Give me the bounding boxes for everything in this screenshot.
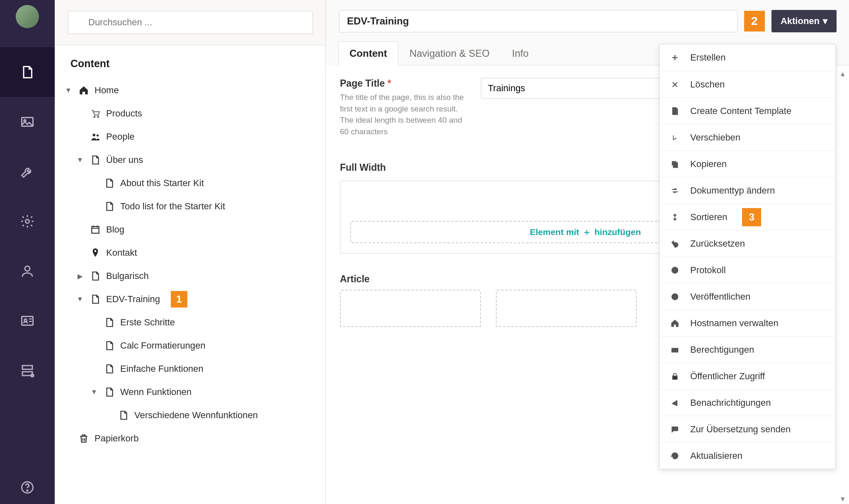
caret-down-icon[interactable]: ▼: [75, 156, 85, 164]
avatar[interactable]: [16, 5, 39, 28]
article-slot[interactable]: [496, 290, 637, 327]
tree-label: EDV-Training: [106, 294, 160, 305]
lock-icon: [669, 371, 680, 382]
perm-icon: [669, 344, 680, 355]
rail-gear[interactable]: [0, 196, 55, 246]
menu-item-label: Hostnamen verwalten: [690, 318, 779, 329]
svg-point-10: [27, 490, 28, 491]
article-slot[interactable]: [340, 290, 481, 327]
actions-menu-item-template[interactable]: Create Content Template: [660, 97, 835, 124]
caret-down-icon[interactable]: ▼: [75, 296, 85, 303]
tree-node-home[interactable]: ▼ Home: [61, 79, 317, 102]
actions-label: Aktionen: [781, 16, 820, 27]
nav-rail: [0, 0, 55, 504]
menu-item-label: Benachrichtigungen: [690, 397, 771, 408]
svg-point-13: [97, 116, 99, 117]
page-name-input[interactable]: [339, 10, 737, 32]
tree-node-kontakt[interactable]: • Kontakt: [61, 241, 317, 264]
tab-navigation-seo[interactable]: Navigation & SEO: [398, 41, 501, 65]
actions-menu: ErstellenLöschenCreate Content TemplateV…: [659, 44, 836, 469]
svg-point-14: [93, 133, 96, 136]
actions-menu-item-lock[interactable]: Öffentlicher Zugriff: [660, 363, 835, 389]
rail-members[interactable]: [0, 296, 55, 346]
tab-info[interactable]: Info: [501, 41, 540, 65]
chat-icon: [669, 424, 680, 435]
tree-node-bulgarisch[interactable]: ▶ Bulgarisch: [61, 264, 317, 288]
caret-down-icon[interactable]: ▼: [90, 388, 99, 396]
tab-content[interactable]: Content: [338, 41, 398, 65]
id-card-icon: [20, 313, 35, 328]
tree-node-about[interactable]: • About this Starter Kit: [61, 172, 317, 195]
actions-menu-item-refresh[interactable]: Aktualisieren: [660, 442, 835, 469]
calendar-icon: [90, 224, 101, 235]
rail-content[interactable]: [0, 47, 55, 97]
tree-node-trash[interactable]: • Papierkorb: [61, 427, 317, 450]
file-icon: [104, 386, 115, 398]
actions-menu-item-clock[interactable]: Protokoll: [660, 257, 835, 283]
x-icon: [669, 79, 680, 90]
rail-users[interactable]: [0, 246, 55, 296]
tree-node-products[interactable]: • Products: [61, 102, 317, 125]
svg-rect-16: [92, 226, 99, 233]
rail-help[interactable]: [0, 471, 55, 504]
gear-icon: [20, 214, 35, 229]
copy-icon: [669, 159, 680, 170]
menu-item-label: Zurücksetzen: [690, 238, 745, 249]
tree-label: Products: [106, 108, 142, 119]
actions-menu-item-home[interactable]: Hostnamen verwalten: [660, 310, 835, 336]
panel-title: Content: [55, 45, 325, 75]
clock-icon: [669, 265, 680, 276]
actions-menu-item-plus[interactable]: Erstellen: [660, 44, 835, 71]
actions-menu-item-chat[interactable]: Zur Übersetzung senden: [660, 416, 835, 442]
actions-menu-item-copy[interactable]: Kopieren: [660, 150, 835, 177]
menu-item-label: Berechtigungen: [690, 344, 754, 355]
actions-menu-item-move[interactable]: Verschieben: [660, 124, 835, 150]
file-icon: [20, 65, 35, 80]
actions-menu-item-perm[interactable]: Berechtigungen: [660, 336, 835, 363]
tree-node-calc[interactable]: • Calc Formatierungen: [61, 334, 317, 357]
actions-menu-item-bell[interactable]: Benachrichtigungen: [660, 389, 835, 416]
svg-point-12: [94, 116, 95, 117]
tree-node-versch[interactable]: • Verschiedene Wennfunktionen: [61, 404, 317, 427]
tree-node-people[interactable]: • People: [61, 125, 317, 148]
menu-item-label: Sortieren: [690, 212, 727, 223]
actions-menu-item-x[interactable]: Löschen: [660, 71, 835, 97]
menu-item-label: Protokoll: [690, 265, 726, 276]
rail-settings-dev[interactable]: [0, 147, 55, 196]
search-input[interactable]: [68, 11, 313, 34]
caret-right-icon[interactable]: ▶: [75, 272, 85, 280]
file-icon: [118, 410, 129, 421]
tree-label: About this Starter Kit: [120, 178, 204, 189]
forms-icon: [20, 363, 35, 378]
callout-marker-2: 2: [744, 11, 765, 32]
actions-menu-item-undo[interactable]: Zurücksetzen: [660, 230, 835, 257]
svg-rect-6: [22, 366, 32, 369]
actions-menu-item-sort[interactable]: Sortieren3: [660, 204, 835, 230]
caret-down-icon[interactable]: ▼: [64, 87, 73, 94]
actions-button[interactable]: Aktionen ▾: [771, 10, 837, 32]
svg-point-15: [97, 134, 99, 136]
menu-item-label: Kopieren: [690, 159, 727, 170]
actions-menu-item-globe[interactable]: Veröffentlichen: [660, 283, 835, 310]
rail-forms[interactable]: [0, 346, 55, 395]
sort-icon: [669, 212, 680, 223]
tree-node-wenn[interactable]: ▼ Wenn Funktionen: [61, 380, 317, 404]
tree-node-todo[interactable]: • Todo list for the Starter Kit: [61, 195, 317, 218]
swap-icon: [669, 185, 680, 196]
rail-media[interactable]: [0, 97, 55, 147]
file-icon: [104, 201, 115, 212]
tree-node-erste[interactable]: • Erste Schritte: [61, 311, 317, 334]
tree-node-einfache[interactable]: • Einfache Funktionen: [61, 357, 317, 380]
tree-label: Kontakt: [106, 247, 137, 258]
undo-icon: [669, 238, 680, 249]
scroll-down-icon[interactable]: ▾: [841, 494, 847, 500]
actions-menu-item-swap[interactable]: Dokumenttyp ändern: [660, 177, 835, 204]
main-panel: 2 Aktionen ▾ Content Navigation & SEO In…: [326, 0, 849, 504]
menu-item-label: Verschieben: [690, 132, 740, 143]
tree-node-blog[interactable]: • Blog: [61, 218, 317, 241]
tree-node-edv[interactable]: ▼ EDV-Training 1: [61, 288, 317, 311]
tree-label: Todo list for the Starter Kit: [120, 201, 225, 212]
plus-icon: [669, 52, 680, 63]
scroll-up-icon[interactable]: ▴: [841, 69, 847, 75]
tree-node-uber-uns[interactable]: ▼ Über uns: [61, 148, 317, 172]
